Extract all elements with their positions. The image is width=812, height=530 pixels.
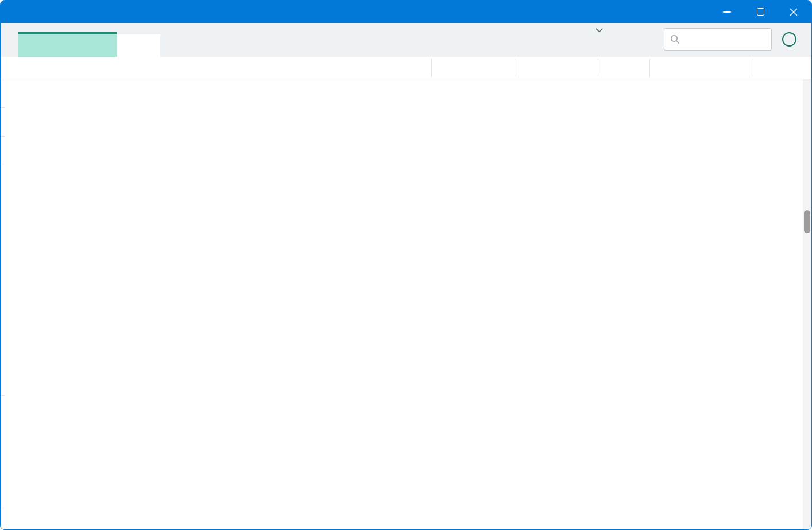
- ansicht-title: [590, 28, 603, 33]
- window-controls: [710, 1, 810, 23]
- program-list: [1, 79, 811, 529]
- help-button[interactable]: [782, 32, 796, 47]
- chevron-down-icon: [596, 28, 603, 33]
- toolbar: [1, 23, 811, 57]
- search-box: [664, 28, 772, 51]
- close-icon: [790, 8, 798, 16]
- row-divider-tick: [1, 136, 5, 137]
- ansicht-dropdown[interactable]: [590, 28, 603, 35]
- scrollbar-thumb[interactable]: [804, 210, 810, 233]
- minimize-button[interactable]: [710, 1, 744, 23]
- column-separator: [753, 59, 753, 77]
- minimize-icon: [723, 11, 731, 13]
- row-divider-tick: [1, 107, 5, 108]
- search-icon: [670, 34, 680, 44]
- search-input[interactable]: [664, 28, 772, 51]
- column-separator: [431, 59, 432, 77]
- row-divider-tick: [1, 165, 5, 165]
- table-header: [1, 57, 811, 79]
- maximize-button[interactable]: [744, 1, 777, 23]
- tab-beschraenkungen[interactable]: [18, 32, 117, 57]
- tab-start[interactable]: [117, 34, 160, 57]
- row-divider-tick: [1, 395, 5, 396]
- column-separator: [515, 59, 515, 77]
- column-separator: [598, 59, 598, 77]
- maximize-icon: [757, 8, 764, 16]
- column-separator: [649, 59, 650, 77]
- tab-bar: [18, 32, 160, 57]
- row-divider-tick: [1, 509, 5, 509]
- title-bar: [1, 1, 811, 23]
- app-window: [0, 0, 812, 530]
- vertical-scrollbar[interactable]: [803, 79, 811, 529]
- close-button[interactable]: [777, 1, 810, 23]
